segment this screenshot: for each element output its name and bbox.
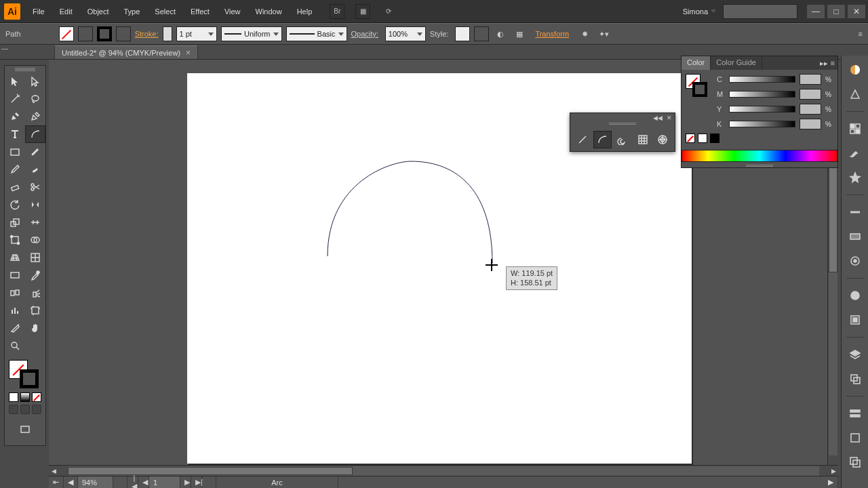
sync-icon[interactable]: ⟳	[381, 4, 396, 19]
artboards-panel-icon[interactable]	[846, 370, 864, 388]
polar-grid-tool[interactable]	[653, 131, 672, 148]
appearance-panel-icon[interactable]	[846, 287, 864, 304]
stroke-label[interactable]: Stroke:	[135, 30, 159, 38]
zoom-dropdown[interactable]	[113, 476, 127, 488]
select-similar-button[interactable]: ✦▾	[596, 26, 611, 41]
tools-grip[interactable]	[5, 66, 45, 73]
zoom-tool[interactable]	[5, 337, 25, 354]
m-value[interactable]	[800, 89, 821, 100]
menu-type[interactable]: Type	[117, 3, 147, 20]
panel-fill-stroke[interactable]	[686, 74, 710, 101]
draw-normal[interactable]	[9, 405, 18, 414]
stroke-panel-icon[interactable]	[846, 203, 864, 221]
graphic-style-swatch[interactable]	[455, 26, 470, 41]
direct-selection-tool[interactable]	[25, 73, 45, 90]
menu-effect[interactable]: Effect	[184, 3, 216, 20]
first-artboard-button[interactable]: ⇤	[49, 476, 64, 488]
align-button[interactable]: ▦	[512, 26, 527, 41]
swatches-panel-icon[interactable]	[846, 120, 864, 138]
line-tools-flyout[interactable]: ◀◀✕	[570, 113, 675, 152]
layers-panel-icon[interactable]	[846, 346, 864, 363]
isolate-button[interactable]: ✸	[577, 26, 592, 41]
line-segment-tool[interactable]	[573, 131, 592, 148]
add-anchor-tool[interactable]	[25, 108, 45, 125]
horizontal-scrollbar[interactable]: ◀▶	[49, 465, 838, 476]
brushes-panel-icon[interactable]	[846, 144, 864, 162]
spiral-tool[interactable]	[613, 131, 632, 148]
panel-menu-icon[interactable]: ≡	[831, 59, 835, 67]
graphic-styles-panel-icon[interactable]	[846, 311, 864, 329]
window-maximize[interactable]: □	[827, 5, 845, 18]
draw-behind[interactable]	[20, 405, 30, 414]
pencil-tool[interactable]	[5, 161, 25, 178]
k-value[interactable]	[800, 119, 821, 129]
graphic-style-dropdown[interactable]	[474, 26, 489, 41]
mesh-tool[interactable]	[25, 249, 45, 266]
panel-collapse-icon[interactable]: ▸▸	[820, 59, 828, 68]
brush-definition[interactable]: Basic	[286, 26, 347, 41]
shape-builder-tool[interactable]	[25, 231, 45, 249]
artboard-number-field[interactable]: 1	[149, 476, 180, 488]
panel-menu-icon[interactable]: ≡	[859, 30, 863, 38]
menu-select[interactable]: Select	[148, 3, 182, 20]
recolor-button[interactable]: ◐	[493, 26, 508, 41]
c-value[interactable]	[800, 74, 821, 85]
transform-panel-icon[interactable]	[846, 429, 864, 447]
prev-artboard-button[interactable]: ◀	[64, 476, 78, 488]
rectangular-grid-tool[interactable]	[633, 131, 652, 148]
hand-tool[interactable]	[25, 319, 45, 337]
black-swatch[interactable]	[710, 134, 719, 143]
paintbrush-tool[interactable]	[25, 143, 45, 161]
stroke-weight-stepper[interactable]	[163, 26, 172, 41]
selection-tool[interactable]	[5, 73, 25, 90]
slice-tool[interactable]	[5, 319, 25, 337]
white-swatch[interactable]	[698, 134, 707, 143]
eraser-tool[interactable]	[5, 178, 25, 196]
y-slider[interactable]	[729, 106, 795, 113]
fill-stroke-indicator[interactable]	[5, 359, 45, 390]
color-guide-panel-icon[interactable]	[846, 85, 864, 103]
user-menu[interactable]: Simona	[677, 7, 722, 16]
opacity-label[interactable]: Opacity:	[351, 30, 378, 38]
arrange-docs-button[interactable]: ▦	[355, 4, 370, 19]
nav-prev[interactable]: ◀	[138, 476, 149, 488]
nav-next[interactable]: ▶	[180, 476, 191, 488]
panel-resize-grip[interactable]	[746, 165, 773, 165]
nav-last[interactable]: ▶|	[191, 476, 202, 488]
m-slider[interactable]	[729, 91, 795, 98]
pathfinder-panel-icon[interactable]	[846, 453, 864, 471]
menu-file[interactable]: File	[26, 3, 52, 20]
rectangle-tool[interactable]	[5, 143, 25, 161]
document-tab-close[interactable]: ×	[186, 48, 191, 58]
document-tab[interactable]: Untitled-2* @ 94% (CMYK/Preview) ×	[54, 45, 198, 59]
pen-tool[interactable]	[5, 108, 25, 125]
scissors-tool[interactable]	[25, 178, 45, 196]
fill-swatch[interactable]	[59, 26, 74, 41]
menu-object[interactable]: Object	[81, 3, 116, 20]
opacity-field[interactable]: 100%	[385, 26, 426, 41]
artboard-nav-dropdown[interactable]	[202, 476, 216, 488]
symbol-sprayer-tool[interactable]	[25, 284, 45, 302]
bridge-button[interactable]: Br	[330, 4, 344, 19]
color-mode-solid[interactable]	[9, 392, 18, 402]
lasso-tool[interactable]	[25, 90, 45, 108]
magic-wand-tool[interactable]	[5, 90, 25, 108]
nav-first[interactable]: |◀	[127, 476, 138, 488]
flyout-collapse-icon[interactable]: ◀◀	[653, 115, 663, 121]
transparency-panel-icon[interactable]	[846, 252, 864, 270]
zoom-field[interactable]: 94%	[78, 476, 113, 488]
fill-dropdown[interactable]	[78, 26, 93, 41]
menu-view[interactable]: View	[218, 3, 248, 20]
blob-brush-tool[interactable]	[25, 161, 45, 178]
rotate-tool[interactable]	[5, 196, 25, 214]
none-swatch[interactable]	[686, 134, 695, 143]
type-tool[interactable]	[5, 125, 25, 143]
arc-tool-flyout[interactable]	[593, 131, 612, 148]
flyout-close-icon[interactable]: ✕	[667, 115, 672, 121]
menu-help[interactable]: Help	[290, 3, 319, 20]
stroke-indicator[interactable]	[20, 369, 39, 388]
stroke-swatch[interactable]	[97, 26, 112, 41]
color-panel-icon[interactable]	[846, 61, 864, 79]
window-close[interactable]: ✕	[848, 5, 865, 18]
reflect-tool[interactable]	[25, 196, 45, 214]
